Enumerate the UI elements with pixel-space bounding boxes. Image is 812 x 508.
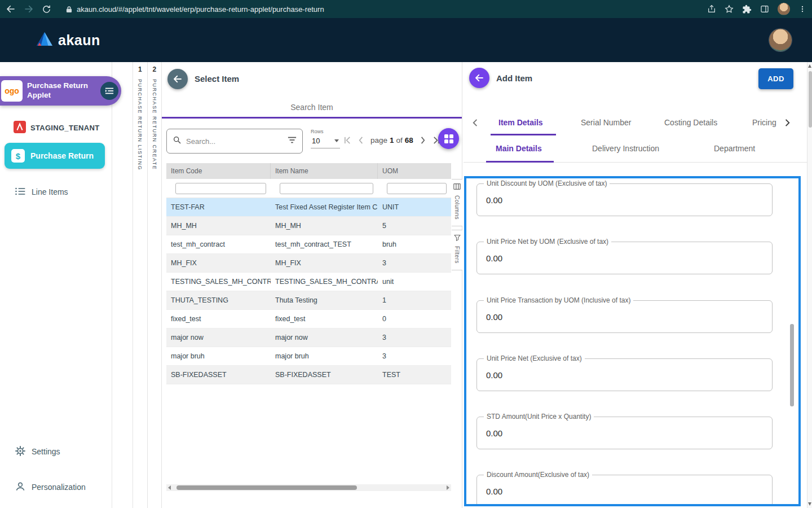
panel-title: Select Item [195,74,239,84]
rows-value: 10 [312,137,320,145]
item-name-filter-input[interactable] [280,183,373,194]
item-table: Item Code Item Name UOM TEST-FAR Test Fi… [166,163,451,384]
uom-filter-input[interactable] [387,183,447,194]
table-row[interactable]: MH_FIX MH_FIX 3 [166,254,451,273]
tab-search-item[interactable]: Search Item [162,103,462,112]
sidebar-item-label: Purchase Return [30,151,94,160]
share-icon[interactable] [707,5,716,14]
table-row[interactable]: THUTA_TESTING Thuta Testing 1 [166,291,451,310]
back-arrow-icon [474,73,484,83]
tabs-scroll-left-icon[interactable] [471,119,480,129]
table-header-row: Item Code Item Name UOM [166,163,451,179]
table-row[interactable]: TEST-FAR Test Fixed Asset Register Item … [166,198,451,217]
scroll-left-arrow[interactable] [168,485,171,490]
browser-reload-icon[interactable] [42,5,51,14]
back-button[interactable] [167,69,188,89]
tab-index: 1 [138,65,142,73]
detail-sub-tabs: Main Details Delivery Instruction Depart… [464,135,807,163]
collapse-menu-button[interactable] [100,82,118,100]
unit-price-transaction-by-uom-input[interactable] [477,301,772,332]
search-input[interactable] [186,137,283,146]
form-scroll-thumb[interactable] [790,324,794,406]
std-amount-input[interactable] [477,417,772,449]
table-row[interactable]: major now major now 3 [166,329,451,347]
scroll-up-arrow[interactable] [808,64,811,68]
table-row[interactable]: fixed_test fixed_test 0 [166,310,451,329]
page-scrollbar[interactable] [807,62,812,508]
rows-label: Rows [311,129,340,134]
rows-per-page-select[interactable]: Rows 10 [311,129,340,148]
filter-list-icon[interactable] [288,136,297,146]
table-row[interactable]: MH_MH MH_MH 5 [166,217,451,235]
tab-pricing[interactable]: Pricing [752,118,776,127]
table-row[interactable]: TESTING_SALES_MH_CONTRACT TESTING_SALES_… [166,273,451,291]
horizontal-scroll-thumb[interactable] [176,485,357,490]
select-item-panel: Select Item Search Item Rows 10 [162,62,462,508]
workspace-tab-purchase-return-listing[interactable]: 1 PURCHASE RETURN LISTING [133,62,148,508]
columns-tool[interactable]: Columns [452,179,462,226]
tab-costing-details[interactable]: Costing Details [664,118,717,127]
extensions-puzzle-icon[interactable] [742,5,752,14]
subtab-delivery-instruction[interactable]: Delivery Instruction [592,144,659,153]
tab-item-details[interactable]: Item Details [498,118,543,127]
prev-page-button[interactable] [357,136,365,144]
url-text: akaun.cloud/#/applet/tnt/wavelet/erp/pur… [77,5,324,14]
subtab-main-details[interactable]: Main Details [496,144,542,153]
browser-back-icon[interactable] [6,4,16,14]
first-page-button[interactable] [343,136,352,144]
tenant-selector[interactable]: STAGING_TENANT [0,118,112,137]
column-header[interactable]: Item Name [271,163,378,179]
column-header[interactable]: UOM [378,163,451,179]
address-bar[interactable]: akaun.cloud/#/applet/tnt/wavelet/erp/pur… [66,5,699,14]
browser-forward-icon[interactable] [24,4,34,14]
workspace-tab-purchase-return-create[interactable]: 2 PURCHASE RETURN CREATE [148,62,162,508]
search-icon [173,135,182,147]
tab-label: PURCHASE RETURN LISTING [137,79,143,170]
bookmark-star-icon[interactable] [725,5,734,14]
field-unit-price-net: Unit Price Net (Exclusive of tax) [476,358,773,391]
person-icon [15,481,26,494]
subtab-department[interactable]: Department [714,144,755,153]
tab-label: PURCHASE RETURN CREATE [152,79,157,170]
browser-toolbar: akaun.cloud/#/applet/tnt/wavelet/erp/pur… [0,0,812,18]
item-code-filter-input[interactable] [175,183,266,194]
sidebar: ogo Purchase Return Applet STAGING_TENAN… [0,62,112,508]
sidebar-item-purchase-return[interactable]: $ Purchase Return [5,143,105,169]
scroll-right-arrow[interactable] [447,485,449,490]
app-header: akaun [0,18,812,62]
tab-index: 2 [152,65,156,73]
unit-price-net-by-uom-input[interactable] [477,242,772,274]
user-avatar[interactable] [769,29,792,51]
field-unit-price-net-by-uom: Unit Price Net by UOM (Exclusive of tax) [476,242,773,274]
next-page-button[interactable] [418,136,427,144]
table-row[interactable]: SB-FIXEDASSET SB-FIXEDASSET TEST [166,366,451,384]
add-button[interactable]: ADD [758,68,793,89]
applet-switcher[interactable]: ogo Purchase Return Applet [0,76,121,106]
side-panel-icon[interactable] [760,5,769,14]
page-scroll-thumb[interactable] [809,71,812,128]
select-item-header: Select Item Search Item [162,62,462,119]
grid-view-button[interactable] [438,128,459,149]
browser-menu-icon[interactable] [798,5,806,14]
tab-serial-number[interactable]: Serial Number [581,118,631,127]
gear-icon [15,445,26,458]
field-unit-price-transaction-by-uom: Unit Price Transaction by UOM (Inclusive… [476,300,773,333]
discount-amount-input[interactable] [477,475,772,506]
lock-icon [66,6,72,13]
sidebar-item-settings[interactable]: Settings [0,443,112,461]
scroll-down-arrow[interactable] [808,502,811,506]
akaun-logo-icon [36,32,53,49]
sidebar-item-personalization[interactable]: Personalization [0,478,112,496]
table-row[interactable]: test_mh_contract test_mh_contract_TEST b… [166,235,451,254]
filters-tool[interactable]: Filters [452,230,462,270]
tabs-scroll-right-icon[interactable] [783,119,791,129]
unit-price-net-input[interactable] [477,359,772,391]
unit-discount-by-uom-input[interactable] [477,184,772,216]
sidebar-item-line-items[interactable]: Line Items [0,183,112,201]
sidebar-item-label: Line Items [32,187,68,196]
table-row[interactable]: major bruh major bruh 3 [166,347,451,366]
back-button[interactable] [469,68,489,88]
column-header[interactable]: Item Code [166,163,271,179]
horizontal-scrollbar[interactable] [166,484,451,491]
browser-profile-avatar[interactable] [778,3,790,15]
